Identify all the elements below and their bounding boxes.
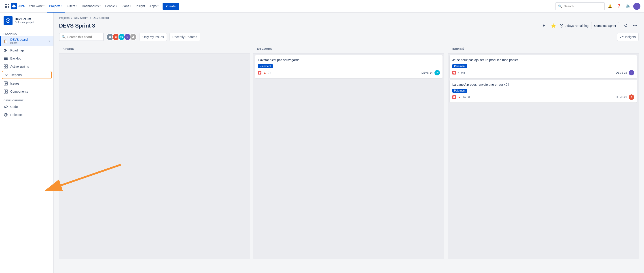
sidebar-item-components[interactable]: Components: [0, 88, 54, 96]
svg-rect-22: [5, 83, 7, 83]
card-time: 1w 3d: [463, 96, 470, 99]
bug-icon: [452, 71, 456, 75]
card-tag: Paiement: [452, 64, 467, 68]
only-my-issues-button[interactable]: Only My Issues: [140, 33, 167, 41]
svg-rect-1: [6, 4, 8, 5]
global-search-input[interactable]: [564, 5, 600, 8]
board-search-box[interactable]: 🔍: [59, 33, 104, 41]
issues-icon: [4, 81, 8, 86]
bug-icon: [452, 95, 456, 99]
thunder-icon[interactable]: [540, 22, 547, 29]
chevron-down-icon: ▾: [61, 5, 62, 7]
chevron-down-icon: ▾: [44, 5, 44, 7]
svg-point-34: [624, 25, 624, 26]
board-header-actions: ⭐ 0 days remaining Complete sprint •••: [540, 22, 639, 29]
main-content: Projects / Dev Scrum / DEVS board DEVS S…: [54, 13, 644, 273]
svg-rect-15: [4, 58, 8, 59]
svg-point-39: [133, 36, 134, 37]
kanban-board: A FAIRE EN COURS L'avatar n'est pas sauv…: [54, 45, 644, 273]
svg-rect-14: [4, 57, 8, 58]
grid-icon[interactable]: [4, 3, 10, 10]
column-content-en-cours: L'avatar n'est pas sauvegardé Paiement ▲…: [253, 54, 444, 259]
recently-updated-button[interactable]: Recently Updated: [170, 33, 200, 41]
sidebar-item-reports[interactable]: Reports: [2, 71, 52, 79]
create-button[interactable]: Create: [162, 3, 179, 10]
card-devs-16[interactable]: Je ne peux pas ajouter un produit à mon …: [450, 55, 637, 78]
nav-items: Your work▾Projects▾Filters▾Dashboards▾Pe…: [26, 0, 161, 13]
sidebar-item-active-sprints[interactable]: Active sprints: [0, 62, 54, 71]
chevron-down-icon: ▾: [76, 5, 77, 7]
nav-item-projects[interactable]: Projects▾: [47, 0, 64, 13]
chevron-down-icon: ▾: [48, 40, 50, 43]
svg-rect-7: [6, 8, 8, 8]
sidebar-item-releases[interactable]: Releases: [0, 111, 54, 119]
card-title: L'avatar n'est pas sauvegardé: [258, 58, 440, 62]
card-id: DEVS-14: [422, 71, 433, 74]
nav-item-apps[interactable]: Apps▾: [147, 0, 161, 13]
user-avatar[interactable]: [633, 3, 640, 10]
svg-rect-13: [4, 51, 6, 52]
card-time: 7h: [268, 71, 271, 74]
chevron-down-icon: ▾: [100, 5, 100, 7]
bug-icon: [258, 71, 262, 75]
card-title: Je ne peux pas ajouter un produit à mon …: [452, 58, 634, 62]
card-footer: ▲ 1w 3d DEVS-20 C: [452, 94, 634, 100]
nav-item-dashboards[interactable]: Dashboards▾: [80, 0, 103, 13]
svg-point-38: [109, 36, 111, 37]
sidebar-item-label: Roadmap: [10, 49, 50, 52]
project-name: Dev Scrum: [15, 17, 34, 21]
chevron-down-icon: ▾: [116, 5, 117, 7]
svg-point-10: [6, 19, 10, 23]
nav-item-your-work[interactable]: Your work▾: [26, 0, 47, 13]
column-content-termine: Je ne peux pas ajouter un produit à mon …: [448, 54, 639, 259]
insights-button[interactable]: Insights: [617, 33, 639, 41]
svg-line-36: [624, 25, 626, 26]
svg-rect-16: [4, 59, 8, 60]
breadcrumb-projects[interactable]: Projects: [59, 16, 70, 20]
sidebar-item-label: Active sprints: [10, 65, 50, 68]
top-navigation: Jira Your work▾Projects▾Filters▾Dashboar…: [0, 0, 644, 13]
column-termine: TERMINÉ Je ne peux pas ajouter un produi…: [448, 45, 639, 259]
sidebar-item-issues[interactable]: Issues: [0, 79, 54, 88]
avatar-4[interactable]: [130, 33, 137, 41]
sidebar-item-devs-board[interactable]: 📋 DEVS board Board ▾: [0, 36, 54, 46]
svg-rect-27: [6, 92, 8, 93]
board-header: DEVS Sprint 3 ⭐ 0 days remaining Complet…: [54, 20, 644, 33]
app-layout: Dev Scrum Software project PLANNING 📋 DE…: [0, 13, 644, 273]
code-icon: [4, 105, 8, 109]
svg-rect-0: [5, 4, 6, 5]
card-devs-20[interactable]: La page A propos renvoie une erreur 404 …: [450, 80, 637, 103]
sidebar-item-roadmap[interactable]: Roadmap: [0, 46, 54, 54]
sidebar-item-code[interactable]: Code: [0, 103, 54, 111]
sidebar-item-backlog[interactable]: Backlog: [0, 54, 54, 62]
card-assignee-avatar: C: [629, 94, 634, 100]
card-assignee-avatar: CC: [434, 70, 440, 75]
card-footer: ≈ 0m DEVS-16 G: [452, 70, 634, 75]
star-icon[interactable]: ⭐: [550, 22, 557, 29]
development-label: DEVELOPMENT: [0, 96, 54, 103]
share-icon[interactable]: [622, 22, 629, 29]
jira-logo[interactable]: Jira: [11, 3, 24, 10]
board-search-input[interactable]: [67, 35, 98, 39]
help-icon[interactable]: ❓: [616, 3, 622, 10]
nav-item-plans[interactable]: Plans▾: [119, 0, 134, 13]
board-toolbar: 🔍 C CC G Only My Issues Recently Updated…: [54, 33, 644, 45]
complete-sprint-button[interactable]: Complete sprint: [591, 22, 619, 29]
svg-rect-2: [8, 4, 9, 5]
notifications-icon[interactable]: 🔔: [606, 3, 614, 10]
nav-item-people[interactable]: People▾: [103, 0, 119, 13]
card-assignee-avatar: G: [629, 70, 634, 75]
breadcrumb-devs-board[interactable]: DEVS board: [93, 16, 109, 20]
svg-rect-24: [5, 84, 6, 85]
more-icon[interactable]: •••: [632, 22, 639, 29]
svg-rect-17: [4, 65, 6, 66]
card-devs-14[interactable]: L'avatar n'est pas sauvegardé Paiement ▲…: [255, 55, 442, 78]
breadcrumb-dev-scrum[interactable]: Dev Scrum: [74, 16, 88, 20]
global-search-box[interactable]: 🔍: [556, 2, 605, 10]
nav-item-insight[interactable]: Insight: [134, 0, 147, 13]
nav-item-filters[interactable]: Filters▾: [64, 0, 80, 13]
svg-point-48: [454, 97, 454, 98]
settings-icon[interactable]: ⚙️: [624, 3, 632, 10]
sidebar-item-label: Code: [10, 105, 50, 109]
svg-point-35: [626, 27, 627, 27]
